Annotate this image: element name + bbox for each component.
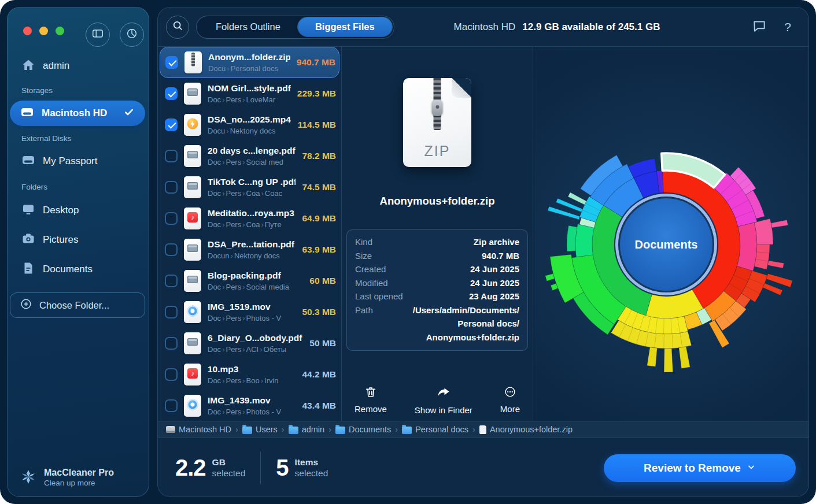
help-button[interactable]: ? [784, 20, 791, 34]
remove-button[interactable]: Remove [355, 386, 387, 415]
sunburst-segment[interactable] [568, 192, 586, 205]
review-to-remove-button[interactable]: Review to Remove [604, 454, 796, 482]
plus-circle-icon [20, 298, 32, 313]
file-checkbox[interactable] [165, 399, 178, 412]
breadcrumb-separator: › [395, 425, 398, 434]
disk-icon [166, 426, 175, 433]
sidebar-item-desktop[interactable]: Desktop [21, 203, 143, 218]
chevron-down-icon [747, 462, 756, 475]
file-checkbox[interactable] [165, 337, 178, 350]
file-row[interactable]: ♪10.mp3Doc›Pers›Boo›Irvin44.2 MB [158, 359, 341, 390]
sidebar: admin Storages Macintosh HD External Dis… [7, 7, 149, 497]
file-checkbox[interactable] [165, 368, 178, 381]
breadcrumb-item[interactable]: Personal docs [402, 425, 468, 434]
breadcrumb-item[interactable]: Users [242, 425, 278, 434]
pdf-file-icon [184, 145, 201, 167]
file-row[interactable]: NOM Girl...style.pdfDoc›Pers›LoveMar229.… [158, 78, 341, 109]
info-value: Zip archive [474, 235, 519, 249]
sunburst-segment[interactable] [766, 273, 792, 287]
sunburst-segment[interactable] [754, 218, 773, 244]
sidebar-item-pictures[interactable]: Pictures [21, 232, 143, 247]
sidebar-item-my-passport[interactable]: My Passport [21, 154, 143, 169]
sunburst-segment[interactable] [647, 347, 657, 366]
file-row[interactable]: DSA_Pre...tation.pdfDocun›Nektony docs63… [158, 234, 341, 265]
info-row: Created24 Jun 2025 [355, 262, 519, 276]
info-label: Kind [355, 235, 372, 249]
breadcrumb-item[interactable]: Anonymous+folder.zip [479, 425, 573, 434]
pdf-file-icon [184, 83, 201, 105]
sunburst-segment[interactable] [771, 220, 788, 228]
breadcrumb-item[interactable]: Macintosh HD [166, 425, 231, 434]
file-checkbox[interactable] [165, 212, 178, 225]
file-size: 78.2 MB [302, 151, 336, 161]
sunburst-segment[interactable] [664, 349, 673, 372]
mov-file-icon [184, 301, 201, 323]
minimize-button[interactable] [39, 27, 48, 35]
file-name: Blog-packing.pdf [208, 270, 303, 281]
sidebar-item-macintosh-hd[interactable]: Macintosh HD [10, 101, 145, 126]
file-checkbox[interactable] [165, 243, 178, 256]
sunburst-segment[interactable] [679, 347, 690, 369]
sidebar-item-documents[interactable]: Documents [21, 262, 143, 277]
file-name: Meditatio...roya.mp3 [208, 208, 296, 218]
sunburst-segment[interactable] [767, 261, 784, 268]
sunburst-segment[interactable] [763, 283, 782, 295]
file-row[interactable]: 6_Diary_O...obody.pdfDoc›Pers›ACI›Обеты5… [158, 328, 341, 359]
items-selected-value: 5 [276, 455, 288, 481]
file-checkbox[interactable] [165, 306, 178, 318]
show-in-finder-button[interactable]: Show in Finder [415, 386, 472, 415]
search-button[interactable] [166, 16, 189, 39]
file-row[interactable]: 20 days c...lenge.pdfDoc›Pers›Social med… [158, 140, 341, 172]
folders-section-title: Folders [21, 183, 47, 191]
remove-label: Remove [355, 404, 387, 414]
info-row: Size940.7 MB [355, 249, 519, 263]
file-checkbox[interactable] [165, 118, 178, 131]
tab-biggest-files[interactable]: Biggest Files [298, 17, 392, 36]
folder-icon [335, 427, 345, 434]
zipper-slider [432, 100, 443, 116]
app-window: admin Storages Macintosh HD External Dis… [0, 0, 816, 504]
breadcrumb-label: admin [302, 425, 325, 434]
close-button[interactable] [23, 27, 32, 35]
sunburst-segment[interactable] [545, 274, 555, 281]
maccleaner-pro-banner[interactable]: MacCleaner Pro Clean up more [19, 467, 114, 488]
volume-summary: Macintosh HD 12.9 GB available of 245.1 … [454, 21, 660, 33]
selection-footer: 2.2 GB selected 5 Items selected Review … [158, 438, 808, 497]
file-row[interactable]: DSA_no...2025.mp4Docu›Nektony docs114.5 … [158, 109, 341, 140]
breadcrumb-item[interactable]: admin [289, 425, 325, 434]
sunburst-segment[interactable] [567, 225, 577, 251]
file-row[interactable]: IMG_1439.movDoc›Pers›Photos - V43.4 MB [158, 390, 341, 421]
file-row[interactable]: Anonym...folder.zipDocu›Personal docs940… [160, 47, 339, 78]
breadcrumb-item[interactable]: Documents [335, 425, 391, 434]
tab-folders-outline[interactable]: Folders Outline [198, 17, 298, 36]
more-button[interactable]: More [500, 386, 520, 415]
file-checkbox[interactable] [165, 87, 178, 100]
toggle-sidebar-button[interactable] [86, 23, 110, 47]
monitor-icon [21, 202, 35, 219]
sidebar-item-label: My Passport [43, 155, 97, 167]
selected-file-name: Anonymous+folder.zip [342, 195, 533, 207]
file-path: Doc›Pers›LoveMar [208, 95, 291, 104]
file-checkbox[interactable] [165, 56, 178, 69]
choose-folder-label: Choose Folder... [39, 300, 109, 311]
file-row[interactable]: TikTok C...ng UP .pdfDoc›Pers›Coa›Coac74… [158, 172, 341, 203]
file-size: 74.5 MB [302, 182, 336, 192]
trash-icon [364, 386, 377, 400]
file-checkbox[interactable] [165, 181, 178, 194]
feedback-button[interactable] [752, 18, 767, 36]
file-checkbox[interactable] [165, 275, 178, 287]
sunburst-segment[interactable] [575, 224, 594, 257]
sunburst-chart[interactable]: Documents [533, 100, 809, 389]
file-checkbox[interactable] [165, 150, 178, 162]
zoom-button[interactable] [56, 27, 64, 35]
choose-folder-button[interactable]: Choose Folder... [10, 292, 145, 318]
file-row[interactable]: Blog-packing.pdfDoc›Pers›Social media60 … [158, 265, 341, 297]
file-row[interactable]: IMG_1519.movDoc›Pers›Photos - V50.3 MB [158, 297, 341, 328]
file-row[interactable]: ♪Meditatio...roya.mp3Doc›Pers›Coa›Путе64… [158, 203, 341, 234]
maccleaner-logo-icon [19, 468, 38, 488]
sidebar-item-home[interactable]: admin [21, 58, 143, 73]
file-detail-panel: ZIP Anonymous+folder.zip KindZip archive… [341, 47, 533, 421]
diagram-view-button[interactable] [120, 23, 144, 47]
home-icon [21, 58, 35, 75]
breadcrumb: Macintosh HD›Users›admin›Documents›Perso… [158, 421, 808, 438]
